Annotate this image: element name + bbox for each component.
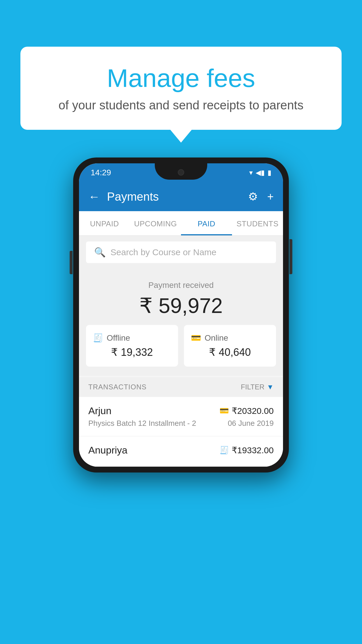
filter-button[interactable]: FILTER ▼	[241, 383, 274, 391]
online-icon: 💳	[191, 333, 201, 343]
payment-cards: 🧾 Offline ₹ 19,332 💳 Online ₹ 40,640	[79, 325, 283, 367]
camera	[178, 169, 184, 176]
status-icons: ▾ ◀▮ ▮	[249, 169, 271, 177]
bubble-subtitle: of your students and send receipts to pa…	[44, 98, 318, 112]
offline-card: 🧾 Offline ₹ 19,332	[86, 325, 178, 367]
filter-icon: ▼	[267, 383, 274, 391]
status-time: 14:29	[91, 168, 111, 177]
tab-students[interactable]: STUDENTS	[232, 211, 283, 235]
bubble-title: Manage fees	[44, 64, 318, 92]
app-bar-icons: ⚙ +	[248, 190, 274, 203]
online-payment-icon: 💳	[219, 406, 229, 415]
signal-icon: ◀▮	[256, 169, 265, 177]
payment-received-label: Payment received	[79, 281, 283, 290]
transaction-amount-2: ₹19332.00	[232, 445, 274, 455]
settings-icon[interactable]: ⚙	[248, 190, 258, 203]
search-icon: 🔍	[94, 247, 106, 258]
tabs-bar: UNPAID UPCOMING PAID STUDENTS	[79, 211, 283, 236]
tab-unpaid[interactable]: UNPAID	[79, 211, 130, 235]
speech-bubble-container: Manage fees of your students and send re…	[20, 47, 342, 130]
transaction-top: Arjun 💳 ₹20320.00	[88, 405, 274, 416]
wifi-icon: ▾	[249, 169, 253, 177]
phone-screen: 14:29 ▾ ◀▮ ▮ ← Payments ⚙ + UNPAID	[79, 163, 283, 467]
phone-container: 14:29 ▾ ◀▮ ▮ ← Payments ⚙ + UNPAID	[73, 158, 289, 473]
transaction-top-2: Anupriya 🧾 ₹19332.00	[88, 444, 274, 456]
online-type: Online	[205, 333, 228, 343]
battery-icon: ▮	[268, 169, 271, 177]
back-button[interactable]: ←	[88, 190, 100, 203]
search-placeholder: Search by Course or Name	[110, 247, 217, 257]
notch	[155, 163, 207, 180]
transaction-course: Physics Batch 12 Installment - 2	[88, 419, 196, 428]
speech-bubble: Manage fees of your students and send re…	[20, 47, 342, 130]
transaction-bottom: Physics Batch 12 Installment - 2 06 June…	[88, 419, 274, 428]
search-bar[interactable]: 🔍 Search by Course or Name	[86, 242, 276, 263]
offline-icon: 🧾	[93, 333, 103, 343]
app-bar: ← Payments ⚙ +	[79, 182, 283, 211]
offline-type: Offline	[107, 333, 130, 343]
online-amount: ₹ 40,640	[191, 346, 269, 358]
transaction-amount: ₹20320.00	[232, 406, 274, 416]
tab-upcoming[interactable]: UPCOMING	[130, 211, 181, 235]
transaction-right: 💳 ₹20320.00	[219, 406, 274, 416]
add-icon[interactable]: +	[267, 190, 274, 203]
transaction-row-anupriya[interactable]: Anupriya 🧾 ₹19332.00	[79, 436, 283, 467]
offline-payment-icon: 🧾	[219, 446, 229, 455]
payment-summary: Payment received ₹ 59,972 🧾 Offline ₹ 19…	[79, 269, 283, 376]
transaction-name-2: Anupriya	[88, 444, 127, 456]
app-bar-title: Payments	[107, 190, 241, 203]
online-card: 💳 Online ₹ 40,640	[184, 325, 276, 367]
payment-amount: ₹ 59,972	[79, 293, 283, 318]
transaction-row-arjun[interactable]: Arjun 💳 ₹20320.00 Physics Batch 12 Insta…	[79, 397, 283, 436]
online-card-header: 💳 Online	[191, 333, 269, 343]
search-container: 🔍 Search by Course or Name	[79, 236, 283, 269]
offline-card-header: 🧾 Offline	[93, 333, 171, 343]
offline-amount: ₹ 19,332	[93, 346, 171, 358]
transaction-date: 06 June 2019	[228, 419, 274, 428]
tab-paid[interactable]: PAID	[181, 211, 232, 235]
phone-outer: 14:29 ▾ ◀▮ ▮ ← Payments ⚙ + UNPAID	[73, 158, 289, 473]
transactions-header: TRANSACTIONS FILTER ▼	[79, 377, 283, 397]
transaction-name: Arjun	[88, 405, 111, 416]
transaction-right-2: 🧾 ₹19332.00	[219, 445, 274, 455]
transactions-label: TRANSACTIONS	[88, 383, 147, 391]
